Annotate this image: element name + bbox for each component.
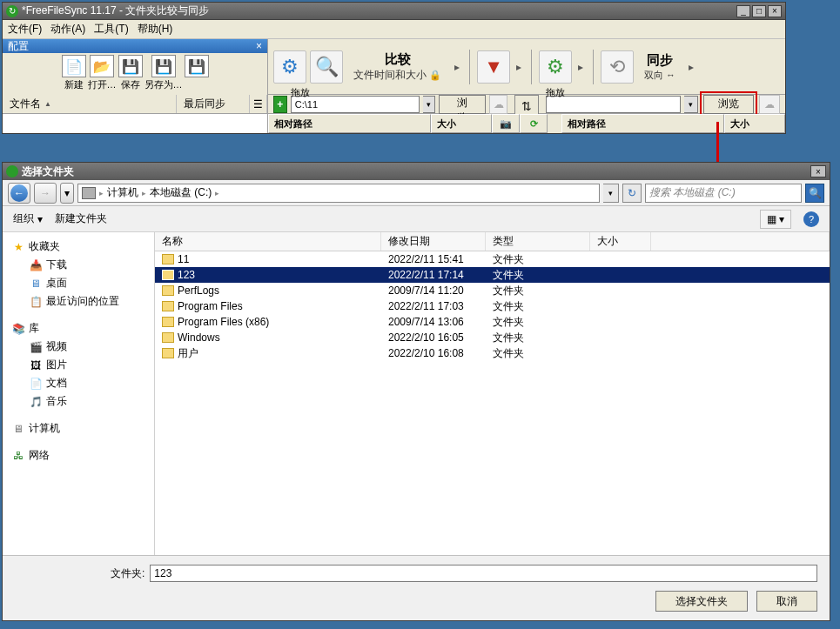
sync-block[interactable]: 同步 双向 ↔ [637,52,682,82]
minimize-button[interactable]: _ [736,5,750,17]
nav-refresh-button[interactable]: ↻ [622,184,642,203]
sync-drop-icon[interactable]: ▸ [686,61,696,73]
sidebar-pictures[interactable]: 🖼图片 [3,356,154,374]
folder-icon [162,348,174,358]
file-row[interactable]: Windows2022/2/10 16:05文件夹 [155,330,830,345]
dialog-titlebar[interactable]: 选择文件夹 × [3,163,830,180]
folder-label: 文件夹: [111,566,144,581]
left-size-header[interactable]: 大小 [431,114,492,133]
left-path-cell: + 拖放 ▾ 浏览 ☁ [268,95,513,113]
sidebar-recent[interactable]: 📋最近访问的位置 [3,292,154,311]
sidebar-network[interactable]: 🖧网络 [3,446,154,465]
help-button[interactable]: ? [803,211,819,227]
sidebar-documents[interactable]: 📄文档 [3,374,154,392]
menubar: 文件(F) 动作(A) 工具(T) 帮助(H) [3,20,785,39]
file-row[interactable]: Program Files (x86)2009/7/14 13:06文件夹 [155,314,830,330]
file-row[interactable]: 用户2022/2/10 16:08文件夹 [155,345,830,361]
window-title: *FreeFileSync 11.17 - 文件夹比较与同步 [22,3,736,18]
sidebar-downloads[interactable]: 📥下载 [3,256,154,274]
filename-column[interactable]: 文件名 [3,95,177,113]
file-list[interactable]: 112022/2/11 15:41文件夹1232022/2/11 17:14文件… [155,251,830,555]
sidebar-music[interactable]: 🎵音乐 [3,392,154,411]
lastsync-column[interactable]: 最后同步 [177,95,250,113]
sidebar-library[interactable]: 📚库 [3,319,154,338]
compare-drop-icon[interactable]: ▸ [452,61,462,73]
folder-picker-dialog: 选择文件夹 × ← → ▾ ▸ 计算机 ▸ 本地磁盘 (C:) ▸ ▾ ↻ 搜索… [2,162,830,621]
file-row[interactable]: Program Files2022/2/11 17:03文件夹 [155,298,830,314]
right-relpath-header[interactable]: 相对路径 [561,114,724,133]
menu-action[interactable]: 动作(A) [50,22,85,37]
breadcrumb[interactable]: ▸ 计算机 ▸ 本地磁盘 (C:) ▸ [77,184,600,203]
search-input[interactable]: 搜索 本地磁盘 (C:) [645,184,802,203]
compare-settings-button[interactable]: ⚙ [273,50,306,84]
search-button[interactable]: 🔍 [805,184,824,203]
new-config-button[interactable]: 📄新建 [62,55,86,91]
folder-icon [162,317,174,327]
right-path-cell: 拖放 ▾ 浏览 ☁ [541,95,785,113]
sidebar: ★收藏夹 📥下载 🖥桌面 📋最近访问的位置 📚库 🎬视频 🖼图片 📄文档 🎵音乐… [3,232,155,555]
right-cloud-button[interactable]: ☁ [759,95,780,114]
app-icon [6,5,18,17]
col-date[interactable]: 修改日期 [381,232,486,251]
nav-history-button[interactable]: ▾ [60,183,74,204]
list-icon[interactable]: ☰ [250,95,267,113]
new-folder-button[interactable]: 新建文件夹 [55,211,107,226]
sync-settings-button[interactable]: ⚙ [539,50,572,84]
organize-button[interactable]: 组织 ▾ [13,211,43,226]
nav-forward-button[interactable]: → [34,183,57,204]
sidebar-computer[interactable]: 🖥计算机 [3,419,154,438]
col-type[interactable]: 类型 [486,232,590,251]
config-close-icon[interactable]: × [256,40,262,52]
menu-tool[interactable]: 工具(T) [94,22,128,37]
nav-back-button[interactable]: ← [8,183,30,204]
right-size-header[interactable]: 大小 [724,114,785,133]
compare-block[interactable]: 比较 文件时间和大小 🔒 [346,51,448,83]
folder-icon [162,301,174,311]
freefilesync-window: *FreeFileSync 11.17 - 文件夹比较与同步 _ □ × 文件(… [2,2,786,134]
sidebar-video[interactable]: 🎬视频 [3,338,154,356]
filter-button[interactable]: ▼ [477,50,510,84]
left-relpath-header[interactable]: 相对路径 [268,114,431,133]
main-toolbar: ⚙ 🔍 比较 文件时间和大小 🔒 ▸ ▼ ▸ ⚙ ▸ ⟲ 同步 双向 ↔ ▸ [268,39,785,95]
sidebar-desktop[interactable]: 🖥桌面 [3,274,154,292]
dialog-close-button[interactable]: × [810,165,826,177]
sidebar-favorites[interactable]: ★收藏夹 [3,238,154,256]
batch-config-button[interactable]: 💾 [185,55,209,91]
left-path-dropdown[interactable]: ▾ [423,96,435,113]
nav-row: ← → ▾ ▸ 计算机 ▸ 本地磁盘 (C:) ▸ ▾ ↻ 搜索 本地磁盘 (C… [3,180,830,206]
left-cloud-button[interactable]: ☁ [489,95,507,114]
menu-file[interactable]: 文件(F) [8,22,42,37]
refresh-icon[interactable]: ⟳ [520,114,548,133]
breadcrumb-dropdown[interactable]: ▾ [603,184,619,203]
view-mode-button[interactable]: ▦ ▾ [760,210,791,229]
right-path-dropdown[interactable]: ▾ [684,96,698,113]
filter-drop-icon[interactable]: ▸ [514,61,524,73]
saveas-config-button[interactable]: 💾另存为… [144,55,183,91]
save-config-button[interactable]: 💾保存 [118,55,143,91]
menu-help[interactable]: 帮助(H) [138,22,173,37]
maximize-button[interactable]: □ [752,5,766,17]
file-row[interactable]: 1232022/2/11 17:14文件夹 [155,267,830,283]
folder-name-input[interactable] [150,565,817,582]
add-pair-button[interactable]: + [273,96,287,113]
dialog-icon [6,165,18,177]
sync-button[interactable]: ⟲ [601,50,634,84]
select-folder-button[interactable]: 选择文件夹 [655,591,748,612]
col-name[interactable]: 名称 [155,232,381,251]
open-config-button[interactable]: 📂打开… [88,55,117,91]
cancel-button[interactable]: 取消 [756,591,817,612]
compare-button[interactable]: 🔍 [310,50,343,84]
titlebar[interactable]: *FreeFileSync 11.17 - 文件夹比较与同步 _ □ × [3,3,785,20]
disk-icon [82,187,96,199]
left-browse-button[interactable]: 浏览 [439,95,487,114]
file-row[interactable]: 112022/2/11 15:41文件夹 [155,251,830,267]
config-header[interactable]: 配置 × [3,39,267,53]
right-path-input[interactable] [546,96,681,113]
folder-icon [162,254,174,264]
col-size[interactable]: 大小 [590,232,651,251]
file-row[interactable]: PerfLogs2009/7/14 11:20文件夹 [155,283,830,298]
camera-icon[interactable]: 📷 [492,114,520,133]
close-button[interactable]: × [768,5,782,17]
sync-settings-drop-icon[interactable]: ▸ [575,61,586,73]
right-browse-button[interactable]: 浏览 [703,95,754,114]
